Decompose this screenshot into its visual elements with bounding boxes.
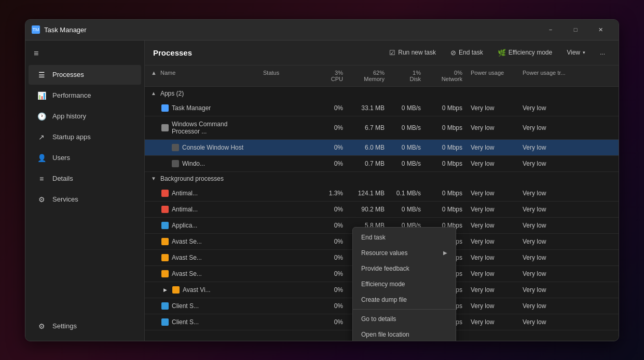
ctx-open-file-location[interactable]: Open file location (353, 327, 456, 341)
table-row[interactable]: Console Window Host 0% 6.0 MB 0 MB/s 0 M… (145, 140, 619, 156)
status-cell (259, 104, 311, 112)
sidebar-item-label: Services (52, 195, 78, 203)
app-history-icon: 🕐 (37, 112, 46, 121)
status-cell (259, 302, 311, 310)
cpu-cell: 0% (311, 156, 347, 171)
ctx-efficiency-mode[interactable]: Efficiency mode (353, 276, 456, 292)
ctx-go-to-details[interactable]: Go to details (353, 311, 456, 327)
sidebar-item-services[interactable]: ⚙ Services (29, 190, 141, 209)
sidebar-item-app-history[interactable]: 🕐 App history (29, 106, 141, 126)
sidebar-item-processes[interactable]: ☰ Processes (29, 65, 141, 85)
power-cell: Very low (467, 100, 518, 116)
table-row[interactable]: Task Manager 0% 33.1 MB 0 MB/s 0 Mbps Ve… (145, 100, 619, 116)
col-header-memory[interactable]: 62% Memory (347, 65, 389, 86)
process-name-cell: Avast Se... (145, 250, 259, 265)
ctx-resource-values[interactable]: Resource values ▶ (353, 245, 456, 261)
powertrend-cell: Very low (518, 234, 619, 249)
memory-cell: 124.1 MB (347, 185, 389, 201)
process-icon (172, 160, 179, 167)
col-header-name[interactable]: ▲ Name (145, 65, 259, 86)
task-manager-window: TM Task Manager − □ ✕ ≡ ☰ Processes 📊 Pe… (25, 19, 619, 341)
collapse-icon: ▼ (151, 176, 156, 181)
group-header-apps[interactable]: ▲ Apps (2) (145, 87, 619, 100)
cpu-cell: 0% (311, 298, 347, 314)
view-button[interactable]: View ▾ (561, 46, 591, 59)
col-header-power[interactable]: Power usage (467, 65, 518, 86)
table-row[interactable]: Windo... 0% 0.7 MB 0 MB/s 0 Mbps Very lo… (145, 156, 619, 172)
cpu-cell: 0% (311, 100, 347, 116)
process-name-cell: Client S... (145, 298, 259, 314)
table-row[interactable]: Windows Command Processor ... 0% 6.7 MB … (145, 116, 619, 140)
sidebar-hamburger-button[interactable]: ≡ (25, 45, 144, 62)
group-header-background[interactable]: ▼ Background processes (145, 172, 619, 185)
col-header-disk[interactable]: 1% Disk (389, 65, 425, 86)
powertrend-cell: Very low (518, 314, 619, 330)
col-header-network[interactable]: 0% Network (425, 65, 467, 86)
network-cell: 0 Mbps (425, 156, 467, 171)
table-row[interactable]: Antimal... 1.3% 124.1 MB 0.1 MB/s 0 Mbps… (145, 185, 619, 202)
sidebar-item-users[interactable]: 👤 Users (29, 148, 141, 168)
sidebar-item-settings[interactable]: ⚙ Settings (29, 316, 141, 336)
window-title: Task Manager (44, 26, 539, 34)
maximize-button[interactable]: □ (564, 21, 587, 38)
efficiency-mode-button[interactable]: 🌿 Efficiency mode (492, 46, 558, 59)
app-icon: TM (32, 25, 40, 34)
power-cell: Very low (467, 266, 518, 282)
process-name-cell: Windo... (145, 156, 259, 171)
sidebar-item-label: Settings (52, 322, 77, 330)
cpu-cell: 1.3% (311, 185, 347, 201)
power-cell: Very low (467, 185, 518, 201)
run-new-task-button[interactable]: ☑ Run new task (384, 46, 441, 59)
process-icon (161, 270, 169, 277)
process-name-cell: Avast Se... (145, 234, 259, 249)
memory-cell: 6.0 MB (347, 140, 389, 155)
table-row[interactable]: Antimal... 0% 90.2 MB 0 MB/s 0 Mbps Very… (145, 202, 619, 218)
power-cell: Very low (467, 298, 518, 314)
process-icon (172, 286, 180, 294)
ctx-create-dump[interactable]: Create dump file (353, 292, 456, 308)
disk-cell: 0 MB/s (389, 120, 425, 136)
more-options-button[interactable]: ... (595, 46, 610, 59)
collapse-icon: ▲ (151, 90, 156, 96)
sidebar-item-startup-apps[interactable]: ↗ Startup apps (29, 127, 141, 147)
efficiency-icon: 🌿 (498, 49, 506, 57)
process-icon (161, 104, 169, 112)
process-icon (161, 238, 169, 245)
status-cell (259, 143, 311, 152)
sidebar-item-label: Details (52, 175, 73, 182)
status-cell (259, 237, 311, 246)
ctx-provide-feedback[interactable]: Provide feedback (353, 261, 456, 276)
sidebar-item-label: App history (52, 112, 86, 120)
ctx-end-task[interactable]: End task (353, 230, 456, 245)
cpu-cell: 0% (311, 140, 347, 155)
power-cell: Very low (467, 250, 518, 265)
powertrend-cell: Very low (518, 140, 619, 155)
powertrend-cell: Very low (518, 266, 619, 282)
process-name-cell: Client S... (145, 314, 259, 330)
minimize-button[interactable]: − (539, 21, 563, 38)
sidebar-item-performance[interactable]: 📊 Performance (29, 86, 141, 105)
network-cell: 0 Mbps (425, 140, 467, 155)
status-cell (259, 318, 311, 326)
window-controls: − □ ✕ (539, 21, 612, 38)
end-task-button[interactable]: ⊘ End task (445, 46, 488, 59)
power-cell: Very low (467, 314, 518, 330)
memory-cell: 33.1 MB (347, 100, 389, 116)
process-name-cell: Antimal... (145, 202, 259, 217)
content-area: Processes ☑ Run new task ⊘ End task 🌿 Ef… (145, 41, 619, 341)
col-header-cpu[interactable]: 3% CPU (311, 65, 347, 86)
main-content: ≡ ☰ Processes 📊 Performance 🕐 App histor… (25, 41, 619, 341)
disk-cell: 0 MB/s (389, 202, 425, 217)
status-cell (259, 270, 311, 278)
cpu-cell: 0% (311, 120, 347, 136)
status-cell (259, 286, 311, 294)
cpu-cell: 0% (311, 234, 347, 249)
table-body[interactable]: ▲ Apps (2) Task Manager 0% 33.1 MB 0 MB/… (145, 87, 619, 341)
sidebar: ≡ ☰ Processes 📊 Performance 🕐 App histor… (25, 41, 145, 341)
col-header-powertrend[interactable]: Power usage tr... (518, 65, 619, 86)
group-label: Background processes (160, 175, 224, 182)
sidebar-item-details[interactable]: ≡ Details (29, 169, 141, 189)
close-button[interactable]: ✕ (588, 21, 612, 38)
col-header-status[interactable]: Status (259, 65, 311, 86)
end-task-icon: ⊘ (450, 49, 456, 57)
